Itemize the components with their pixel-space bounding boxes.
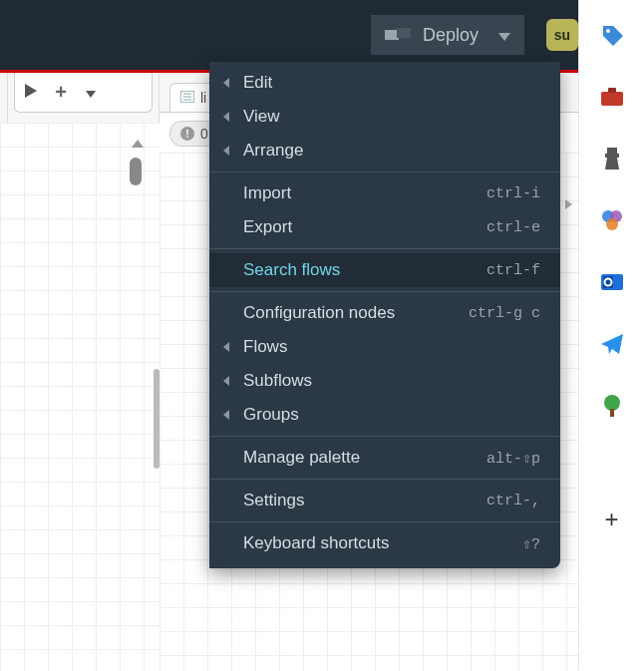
svg-rect-11 (601, 92, 623, 106)
divider-handle[interactable] (154, 369, 160, 469)
svg-marker-15 (605, 158, 619, 169)
submenu-arrow-icon (223, 342, 229, 352)
shortcut: alt-⇧p (486, 449, 540, 468)
menu-search-flows[interactable]: Search flows ctrl-f (209, 253, 560, 287)
deploy-button[interactable]: Deploy (371, 15, 524, 55)
menu-label: Export (243, 217, 292, 237)
telegram-icon[interactable] (597, 329, 627, 359)
submenu-arrow-icon (223, 78, 229, 88)
menu-label: Import (243, 183, 291, 203)
menu-label: Flows (243, 337, 287, 357)
svg-rect-0 (385, 30, 399, 40)
list-icon (180, 90, 194, 106)
menu-manage-palette[interactable]: Manage palette alt-⇧p (209, 441, 560, 475)
menu-label: Keyboard shortcuts (243, 533, 389, 553)
menu-edit[interactable]: Edit (209, 66, 560, 100)
outlook-icon[interactable] (597, 267, 627, 297)
svg-rect-13 (607, 148, 617, 154)
shortcut: ⇧? (522, 534, 540, 553)
office-icon[interactable] (597, 205, 627, 235)
expand-sidebar-icon[interactable] (565, 199, 572, 209)
tree-icon[interactable] (597, 391, 627, 421)
menu-subflows[interactable]: Subflows (209, 364, 560, 398)
svg-rect-12 (608, 88, 616, 93)
menu-keyboard-shortcuts[interactable]: Keyboard shortcuts ⇧? (209, 526, 560, 560)
shortcut: ctrl-i (486, 185, 540, 202)
menu-label: View (243, 107, 280, 127)
caret-down-icon[interactable] (83, 85, 99, 101)
menu-label: Search flows (243, 260, 340, 280)
menu-label: Manage palette (243, 448, 360, 468)
add-icon[interactable]: + (53, 81, 69, 104)
svg-rect-14 (605, 154, 619, 158)
svg-rect-24 (610, 409, 614, 417)
menu-label: Groups (243, 405, 299, 425)
menu-arrange[interactable]: Arrange (209, 134, 560, 168)
menu-label: Configuration nodes (243, 303, 395, 323)
svg-point-10 (606, 29, 610, 33)
avatar[interactable]: su (546, 19, 578, 51)
menu-import[interactable]: Import ctrl-i (209, 176, 560, 210)
menu-groups[interactable]: Groups (209, 398, 560, 432)
menu-flows[interactable]: Flows (209, 330, 560, 364)
tab-label: li (200, 90, 206, 106)
svg-rect-1 (397, 28, 411, 38)
deploy-label: Deploy (423, 25, 479, 46)
shortcut: ctrl-f (486, 262, 540, 279)
right-sidebar: + (578, 0, 644, 670)
menu-label: Edit (243, 73, 272, 93)
scroll-up-icon[interactable] (132, 140, 144, 148)
svg-marker-9 (603, 26, 623, 46)
shortcut: ctrl-e (486, 219, 540, 236)
menu-label: Subflows (243, 371, 312, 391)
submenu-arrow-icon (223, 146, 229, 156)
tag-icon[interactable] (597, 20, 627, 50)
submenu-arrow-icon (223, 376, 229, 386)
svg-marker-2 (498, 33, 510, 41)
submenu-arrow-icon (223, 410, 229, 420)
menu-export[interactable]: Export ctrl-e (209, 210, 560, 244)
add-app-icon[interactable]: + (597, 504, 627, 534)
shortcut: ctrl-, (486, 493, 540, 509)
svg-marker-22 (601, 334, 623, 354)
svg-marker-4 (86, 91, 96, 98)
main-menu: Edit View Arrange Import ctrl-i Export c… (209, 62, 560, 568)
submenu-arrow-icon (223, 112, 229, 122)
svg-point-23 (604, 395, 620, 411)
briefcase-icon[interactable] (597, 82, 627, 112)
deploy-icon (385, 28, 411, 42)
warning-icon: ! (180, 127, 194, 141)
svg-point-18 (606, 218, 618, 230)
menu-label: Arrange (243, 141, 303, 161)
menu-settings[interactable]: Settings ctrl-, (209, 484, 560, 517)
menu-view[interactable]: View (209, 100, 560, 134)
chess-icon[interactable] (597, 144, 627, 173)
shortcut: ctrl-g c (469, 305, 540, 322)
menu-label: Settings (243, 491, 304, 510)
app-header: Deploy su (0, 0, 644, 70)
svg-marker-3 (25, 84, 37, 98)
scrollbar-thumb[interactable] (130, 158, 142, 185)
caret-down-icon (498, 25, 510, 46)
left-toolbar: + (14, 73, 153, 113)
menu-config-nodes[interactable]: Configuration nodes ctrl-g c (209, 296, 560, 330)
play-icon[interactable] (23, 84, 39, 101)
warning-count: 0 (200, 126, 208, 142)
